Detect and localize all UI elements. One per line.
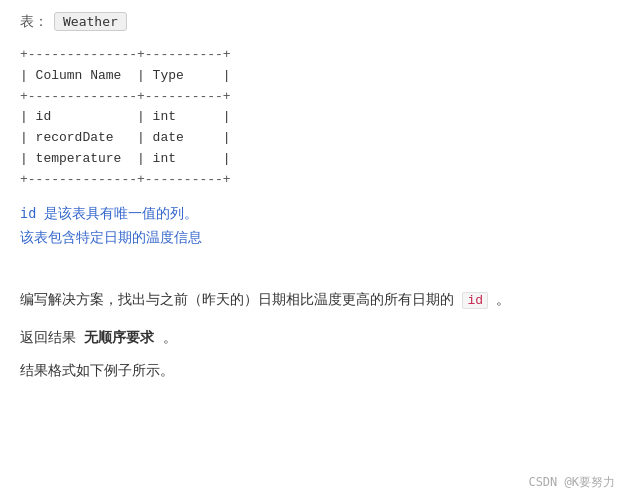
table-prefix-label: 表： <box>20 13 48 31</box>
problem-text: 编写解决方案，找出与之前（昨天的）日期相比温度更高的所有日期的 id 。 <box>20 287 610 312</box>
schema-row-temperature: | temperature | int | <box>20 149 610 170</box>
schema-border-bottom: +--------------+----------+ <box>20 170 610 191</box>
schema-header-row: | Column Name | Type | <box>20 66 610 87</box>
divider-space <box>20 267 610 287</box>
result-line1-after: 。 <box>163 329 177 345</box>
result-line2: 结果格式如下例子所示。 <box>20 358 610 383</box>
problem-inline-code: id <box>462 292 488 309</box>
schema-border-top: +--------------+----------+ <box>20 45 610 66</box>
description-line1: id 是该表具有唯一值的列。 <box>20 201 610 225</box>
problem-text-before: 编写解决方案，找出与之前（昨天的）日期相比温度更高的所有日期的 <box>20 291 454 307</box>
result-line1-before: 返回结果 <box>20 329 76 345</box>
result-line1-bold: 无顺序要求 <box>84 329 154 345</box>
problem-text-after: 。 <box>496 291 510 307</box>
schema-table: +--------------+----------+ | Column Nam… <box>20 45 610 191</box>
description-line2: 该表包含特定日期的温度信息 <box>20 225 610 249</box>
schema-border-mid: +--------------+----------+ <box>20 87 610 108</box>
footer-text: CSDN @K要努力 <box>528 474 615 491</box>
schema-row-recorddate: | recordDate | date | <box>20 128 610 149</box>
table-label-row: 表： Weather <box>20 12 610 31</box>
schema-row-id: | id | int | <box>20 107 610 128</box>
table-name-badge: Weather <box>54 12 127 31</box>
description-block: id 是该表具有唯一值的列。 该表包含特定日期的温度信息 <box>20 201 610 250</box>
result-line1: 返回结果 无顺序要求 。 <box>20 325 610 350</box>
